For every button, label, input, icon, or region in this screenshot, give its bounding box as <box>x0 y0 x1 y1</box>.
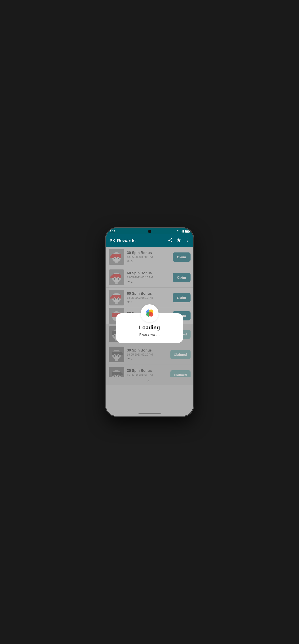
loading-dots-icon <box>144 308 155 319</box>
svg-point-39 <box>149 312 154 317</box>
share-icon[interactable] <box>168 238 173 244</box>
phone-screen: 6:18 <box>106 228 193 416</box>
star-icon[interactable] <box>176 238 181 244</box>
status-icons <box>176 230 190 232</box>
status-time: 6:18 <box>110 230 116 233</box>
signal-icon <box>181 230 184 232</box>
loading-dialog: Loading Please wait… <box>116 313 183 343</box>
loading-title: Loading <box>139 324 160 331</box>
top-bar-icons <box>168 238 190 244</box>
top-bar: PK Rewards <box>106 234 193 247</box>
phone-frame: 6:18 <box>106 228 193 416</box>
loading-icon-circle <box>141 304 158 322</box>
loading-subtitle: Please wait… <box>139 332 160 336</box>
more-icon[interactable] <box>185 238 190 244</box>
content-area: 30 Spin Bonus 18-05-2023 09:09 PM 👁 0 Cl… <box>106 247 193 416</box>
camera-notch <box>148 230 151 233</box>
loading-overlay: Loading Please wait… <box>106 247 193 416</box>
battery-icon <box>185 230 190 232</box>
app-title: PK Rewards <box>110 238 165 243</box>
wifi-icon <box>176 230 180 232</box>
